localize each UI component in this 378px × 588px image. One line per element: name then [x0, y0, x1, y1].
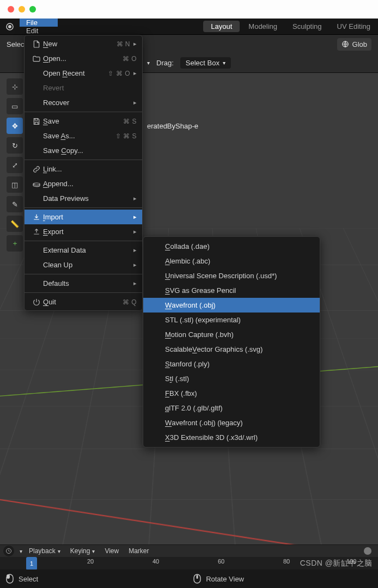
append-icon — [30, 180, 43, 188]
workspace-tab-uv-editing[interactable]: UV Editing — [330, 19, 378, 34]
top-menu-file[interactable]: File — [20, 19, 58, 27]
svg-point-1 — [9, 25, 11, 28]
file-menu-save-copy[interactable]: Save Copy... — [25, 143, 142, 158]
timeline-editor-icon[interactable] — [3, 546, 14, 556]
minimize-window-icon[interactable] — [19, 6, 25, 13]
save-icon — [30, 117, 43, 126]
tool-move-button[interactable]: ✥ — [7, 118, 23, 134]
menu-separator — [25, 112, 142, 112]
import-stl-stl-experimental[interactable]: STL (.stl) (experimental) — [143, 313, 320, 327]
import-motion-capture-bvh[interactable]: Motion Capture (.bvh) — [143, 327, 320, 342]
tool-add-button[interactable]: ＋ — [7, 235, 23, 252]
file-menu-revert: Revert — [25, 81, 142, 95]
import-collada-dae[interactable]: Collada (.dae) — [143, 239, 320, 254]
select-menu[interactable]: Select — [7, 40, 26, 48]
mouse-middle-icon — [193, 574, 202, 584]
shortcut-label: ⌘ S — [108, 118, 137, 125]
menu-item-label: Data Previews — [43, 194, 130, 203]
mouse-left-icon — [5, 574, 14, 584]
tool-scale-button[interactable]: ⤢ — [7, 157, 23, 173]
workspace-tab-sculpting[interactable]: Sculpting — [285, 19, 329, 34]
keying-menu[interactable]: Keying ▾ — [67, 546, 99, 556]
status-rotate: Rotate View — [193, 574, 244, 584]
marker-menu[interactable]: Marker — [125, 546, 152, 556]
submenu-arrow-icon: ▸ — [133, 280, 137, 287]
tool-cursor-button[interactable]: ⊹ — [7, 78, 23, 95]
import-wavefront-obj[interactable]: Wavefront (.obj) — [143, 298, 320, 313]
file-menu-data-previews[interactable]: Data Previews▸ — [25, 191, 142, 206]
timeline-view-menu[interactable]: View — [101, 546, 122, 556]
tool-measure-button[interactable]: 📏 — [7, 216, 23, 232]
import-x3d-extensible-3d-x3d-wrl[interactable]: X3D Extensible 3D (.x3d/.wrl) — [143, 430, 320, 445]
file-menu-new[interactable]: New⌘ N▸ — [25, 36, 142, 51]
import-stl-stl[interactable]: Stl (.stl) — [143, 371, 320, 386]
close-window-icon[interactable] — [8, 6, 14, 13]
top-menu-edit[interactable]: Edit — [20, 27, 58, 35]
status-select: Select — [5, 574, 38, 584]
export-icon — [30, 228, 43, 236]
menu-item-label: External Data — [43, 246, 130, 254]
status-rotate-label: Rotate View — [206, 575, 244, 583]
chevron-down-icon: ▾ — [223, 60, 225, 66]
status-bar: Select Rotate View — [0, 569, 378, 588]
submenu-arrow-icon: ▸ — [133, 228, 137, 235]
tool-select-box-button[interactable]: ▭ — [7, 98, 23, 114]
menu-item-label: Save As... — [43, 132, 108, 140]
shortcut-label: ⇧ ⌘ S — [108, 132, 137, 140]
timeline-tick: 40 — [153, 558, 159, 565]
import-wavefront-obj-legacy[interactable]: Wavefront (.obj) (legacy) — [143, 415, 320, 430]
active-object-label: eratedByShap-e — [147, 122, 198, 130]
file-menu-quit[interactable]: Quit⌘ Q — [25, 295, 142, 309]
file-menu-recover[interactable]: Recover▸ — [25, 95, 142, 110]
submenu-arrow-icon: ▸ — [133, 99, 137, 106]
tool-transform-button[interactable]: ◫ — [7, 176, 23, 193]
drag-mode-dropdown[interactable]: Select Box ▾ — [180, 57, 231, 69]
import-gltf-2-0-glb-gltf[interactable]: glTF 2.0 (.glb/.gltf) — [143, 401, 320, 415]
chevron-down-icon[interactable]: ▾ — [147, 60, 150, 66]
folder-icon — [30, 54, 43, 63]
file-menu-clean-up[interactable]: Clean Up▸ — [25, 258, 142, 272]
file-menu-append[interactable]: Append... — [25, 176, 142, 191]
menu-item-label: Open Recent — [43, 69, 102, 77]
orientation-global-button[interactable]: Glob — [337, 38, 371, 51]
file-menu-export[interactable]: Export▸ — [25, 224, 142, 239]
svg-rect-5 — [7, 574, 10, 579]
maximize-window-icon[interactable] — [29, 6, 36, 13]
blender-logo-icon[interactable] — [0, 19, 20, 34]
file-menu-open[interactable]: Open...⌘ O — [25, 51, 142, 66]
file-menu-link[interactable]: Link... — [25, 162, 142, 176]
file-menu-save-as[interactable]: Save As...⇧ ⌘ S — [25, 128, 142, 143]
submenu-arrow-icon: ▸ — [133, 40, 137, 47]
import-scalable-vector-graphics-svg[interactable]: Scalable Vector Graphics (.svg) — [143, 342, 320, 357]
menu-item-label: Save — [43, 117, 108, 125]
menu-item-label: Append... — [43, 180, 137, 188]
file-menu-open-recent[interactable]: Open Recent⇧ ⌘ O▸ — [25, 66, 142, 81]
drag-mode-value: Select Box — [186, 59, 220, 67]
shortcut-label: ⌘ Q — [108, 298, 137, 306]
menu-item-label: Open... — [43, 54, 108, 63]
import-svg-as-grease-pencil[interactable]: SVG as Grease Pencil — [143, 283, 320, 298]
status-select-label: Select — [19, 575, 38, 583]
menu-item-label: Defaults — [43, 279, 130, 287]
import-fbx-fbx[interactable]: FBX (.fbx) — [143, 386, 320, 401]
file-menu-save[interactable]: Save⌘ S — [25, 114, 142, 128]
menu-separator — [25, 207, 142, 208]
file-menu-import[interactable]: Import▸ — [25, 210, 142, 224]
tool-annotate-button[interactable]: ✎ — [7, 196, 23, 212]
menu-item-label: Import — [43, 213, 130, 221]
import-universal-scene-description-usd[interactable]: Universal Scene Description (.usd*) — [143, 268, 320, 283]
submenu-arrow-icon: ▸ — [133, 261, 137, 268]
import-stanford-ply[interactable]: Stanford (.ply) — [143, 357, 320, 371]
chevron-down-icon[interactable]: ▾ — [20, 548, 22, 554]
auto-key-toggle[interactable] — [364, 547, 371, 555]
file-menu-defaults[interactable]: Defaults▸ — [25, 276, 142, 291]
workspace-tab-layout[interactable]: Layout — [203, 21, 240, 32]
file-menu-external-data[interactable]: External Data▸ — [25, 243, 142, 258]
menu-bar: FileEditRenderWindowHelp LayoutModelingS… — [0, 19, 378, 35]
import-alembic-abc[interactable]: Alembic (.abc) — [143, 254, 320, 268]
tool-rotate-button[interactable]: ↻ — [7, 137, 23, 154]
workspace-tab-modeling[interactable]: Modeling — [241, 19, 285, 34]
playback-menu[interactable]: Playback ▾ — [26, 546, 64, 556]
menu-separator — [25, 292, 142, 293]
current-frame-indicator[interactable]: 1 — [26, 557, 37, 570]
